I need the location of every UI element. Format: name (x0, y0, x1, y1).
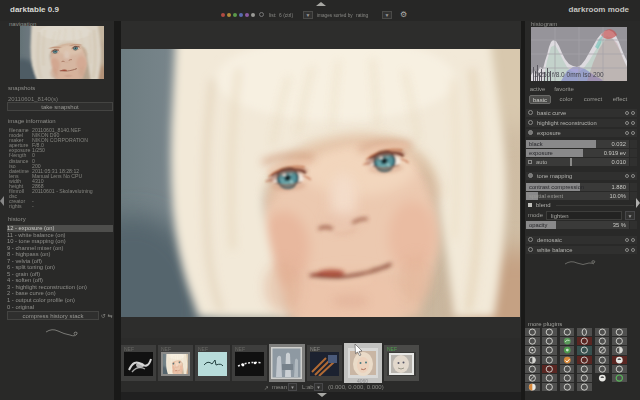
svg-text:1/250 f/8.0 0mm iso 200: 1/250 f/8.0 0mm iso 200 (534, 71, 604, 78)
